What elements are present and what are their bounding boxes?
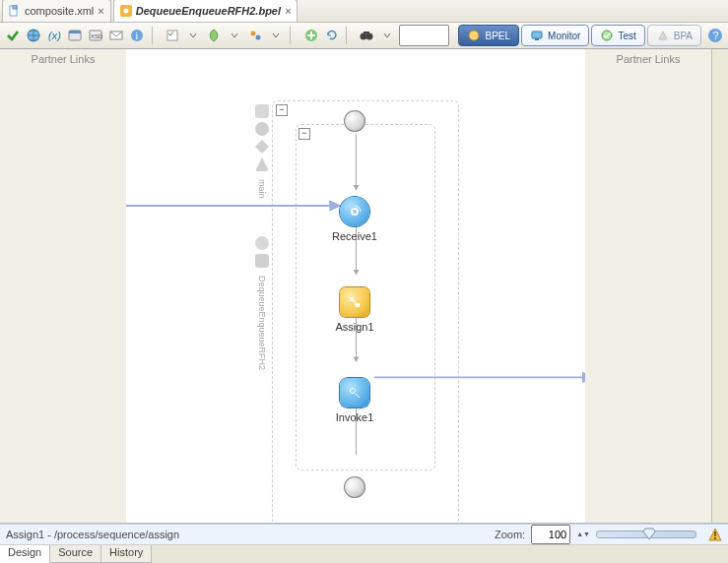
end-node[interactable] (344, 476, 365, 498)
bpa-icon (656, 29, 670, 42)
svg-rect-19 (364, 31, 369, 34)
mode-label: Test (618, 31, 635, 41)
receive-node[interactable]: Receive1 (330, 197, 379, 242)
svg-rect-57 (714, 537, 716, 539)
viewtab-source[interactable]: Source (50, 545, 101, 563)
info-icon[interactable]: i (128, 26, 147, 45)
vertical-scrollbar[interactable] (711, 49, 728, 523)
warning-icon[interactable] (708, 528, 722, 541)
message-icon[interactable] (107, 26, 126, 45)
chevron-down-icon[interactable] (184, 26, 203, 45)
zoom-label: Zoom: (495, 529, 525, 540)
viewtab-design[interactable]: Design (0, 545, 50, 563)
lane-title: Partner Links (32, 53, 96, 65)
lane-title: Partner Links (617, 53, 681, 65)
tab-label: Source (58, 546, 93, 558)
bpel-canvas[interactable]: − − main DequeueEnqueueRFH2 InboundMQ (126, 49, 585, 523)
invoke-icon (340, 378, 369, 407)
svg-point-17 (361, 33, 367, 40)
mode-bpel[interactable]: BPEL (458, 25, 519, 46)
zoom-input[interactable] (531, 525, 570, 544)
pal-decision-icon[interactable] (255, 140, 269, 154)
pal-event-icon[interactable] (255, 236, 269, 250)
bpel-mode-icon (467, 29, 481, 42)
start-node[interactable] (344, 110, 365, 132)
refresh-icon[interactable] (322, 26, 341, 45)
status-path: Assign1 - /process/sequence/assign (6, 529, 179, 540)
node-label: Invoke1 (330, 411, 379, 423)
receive-icon (340, 197, 369, 226)
checklist-icon[interactable] (164, 26, 182, 45)
view-tabs: Design Source History (0, 544, 728, 563)
node-label: Assign1 (330, 321, 379, 333)
tab-label: History (109, 546, 143, 558)
close-icon[interactable]: × (285, 5, 291, 17)
zoom-thumb-icon[interactable] (642, 527, 656, 540)
mode-test[interactable]: Test (591, 25, 644, 46)
tab-label: DequeueEnqueueRFH2.bpel (136, 5, 281, 17)
collapse-handle[interactable]: − (276, 104, 288, 116)
svg-rect-7 (69, 31, 81, 33)
svg-text:(x): (x) (48, 30, 61, 41)
partner-links-left-lane: Partner Links (0, 49, 126, 523)
svg-point-20 (469, 31, 479, 40)
toolbar: (x) XSD i BPEL Monitor Test BPA ? (0, 23, 728, 49)
mode-bpa[interactable]: BPA (647, 25, 701, 46)
test-icon (600, 29, 614, 42)
collapse-handle[interactable]: − (298, 128, 310, 140)
leaf-icon[interactable] (205, 26, 224, 45)
svg-rect-56 (714, 532, 716, 536)
svg-rect-21 (532, 31, 542, 38)
svg-rect-1 (13, 5, 17, 9)
validate-icon[interactable] (4, 26, 23, 45)
svg-point-3 (123, 9, 128, 14)
svg-point-15 (256, 35, 261, 40)
svg-point-50 (352, 209, 358, 215)
svg-point-14 (251, 31, 256, 36)
zoom-slider[interactable] (596, 531, 696, 538)
mode-label: Monitor (548, 31, 580, 41)
xsd-icon[interactable]: XSD (87, 26, 105, 45)
svg-rect-51 (350, 297, 354, 301)
globe-icon[interactable] (25, 26, 43, 45)
pal-pick-icon[interactable] (255, 157, 269, 171)
plus-icon[interactable] (301, 26, 320, 45)
variable-icon[interactable]: (x) (45, 26, 64, 45)
svg-rect-22 (535, 38, 539, 40)
chevron-down-icon[interactable] (267, 26, 286, 45)
editor-tabbar: composite.xml × DequeueEnqueueRFH2.bpel … (0, 0, 728, 23)
find-input[interactable] (399, 25, 449, 46)
statusbar: Assign1 - /process/sequence/assign Zoom:… (0, 524, 728, 544)
xml-file-icon (9, 5, 21, 17)
mode-monitor[interactable]: Monitor (521, 25, 589, 46)
svg-text:?: ? (712, 30, 718, 41)
partner-links-right-lane: Partner Links (585, 49, 711, 523)
chevron-down-icon[interactable] (226, 26, 244, 45)
invoke-node[interactable]: Invoke1 (330, 378, 379, 423)
svg-point-18 (366, 33, 373, 40)
tab-label: Design (8, 546, 41, 558)
assign-node[interactable]: Assign1 (330, 287, 379, 333)
chevron-down-icon[interactable] (378, 26, 397, 45)
assign-icon (340, 287, 369, 317)
mode-label: BPEL (485, 31, 510, 41)
svg-marker-54 (643, 529, 655, 539)
scope-palette: main DequeueEnqueueRFH2 (254, 104, 270, 370)
property-icon[interactable] (66, 26, 85, 45)
viewtab-history[interactable]: History (101, 545, 152, 563)
help-icon[interactable]: ? (705, 26, 724, 45)
node-label: Receive1 (330, 230, 379, 242)
bpel-file-icon (120, 5, 132, 17)
pal-generic-icon[interactable] (255, 254, 269, 268)
monitor-icon (530, 29, 544, 42)
pal-scope-icon[interactable] (255, 104, 269, 118)
svg-rect-52 (356, 303, 360, 307)
binoculars-icon[interactable] (358, 26, 376, 45)
partners-icon[interactable] (246, 26, 265, 45)
tab-bpel[interactable]: DequeueEnqueueRFH2.bpel × (113, 0, 298, 22)
pal-loop-icon[interactable] (255, 122, 269, 136)
process-label: DequeueEnqueueRFH2 (257, 276, 267, 370)
close-icon[interactable]: × (98, 5, 103, 17)
tab-composite[interactable]: composite.xml × (2, 0, 111, 22)
zoom-stepper[interactable]: ▲▼ (576, 532, 590, 537)
